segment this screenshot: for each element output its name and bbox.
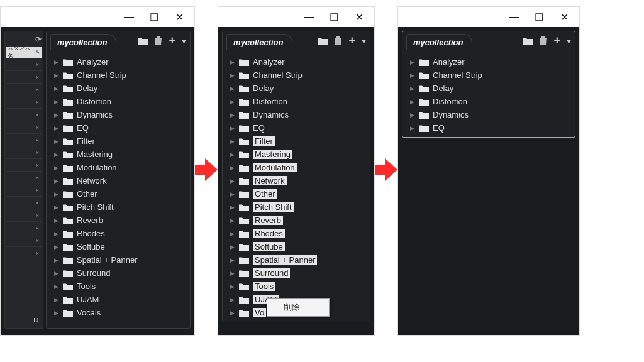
info-icon[interactable]: i↓ [33, 315, 39, 324]
folder-item[interactable]: ▶Pitch Shift [53, 200, 187, 214]
folder-item[interactable]: ▶Reverb [53, 214, 187, 227]
folder-item[interactable]: ▶Dynamics [53, 108, 187, 121]
expand-icon[interactable]: ▾ [362, 36, 366, 46]
folder-item[interactable]: ▶Tools [229, 280, 367, 293]
folder-item[interactable]: ▶Mastering [53, 148, 187, 161]
disclosure-triangle-icon[interactable]: ▶ [229, 165, 235, 171]
folder-item[interactable]: ▶Rhodes [229, 227, 367, 240]
maximize-button[interactable]: ☐ [321, 7, 347, 27]
disclosure-triangle-icon[interactable]: ▶ [53, 283, 59, 290]
disclosure-triangle-icon[interactable]: ▶ [53, 125, 59, 131]
folder-item[interactable]: ▶Mastering [229, 148, 367, 161]
close-button[interactable]: ✕ [167, 7, 192, 27]
folder-item[interactable]: ▶EQ [53, 121, 187, 134]
disclosure-triangle-icon[interactable]: ▶ [229, 231, 235, 237]
disclosure-triangle-icon[interactable]: ▶ [53, 231, 59, 237]
disclosure-triangle-icon[interactable]: ▶ [53, 151, 59, 158]
disclosure-triangle-icon[interactable]: ▶ [53, 178, 59, 184]
disclosure-triangle-icon[interactable]: ▶ [53, 297, 59, 303]
disclosure-triangle-icon[interactable]: ▶ [53, 85, 59, 92]
folder-item[interactable]: ▶Spatial + Panner [229, 253, 367, 266]
disclosure-triangle-icon[interactable]: ▶ [53, 112, 59, 118]
folder-item[interactable]: ▶Distortion [229, 95, 367, 108]
disclosure-triangle-icon[interactable]: ▶ [53, 59, 59, 65]
disclosure-triangle-icon[interactable]: ▶ [229, 151, 235, 158]
folder-item[interactable]: ▶Delay [409, 82, 572, 95]
folder-item[interactable]: ▶Delay [229, 82, 367, 95]
folder-item[interactable]: ▶Distortion [409, 95, 572, 108]
sidebar-info[interactable]: i↓ [6, 312, 42, 327]
tab-mycollection[interactable]: mycollection [406, 34, 472, 50]
disclosure-triangle-icon[interactable]: ▶ [229, 125, 235, 131]
close-button[interactable]: ✕ [347, 7, 372, 27]
minimize-button[interactable]: — [116, 7, 142, 27]
disclosure-triangle-icon[interactable]: ▶ [409, 125, 415, 131]
minimize-button[interactable]: — [501, 7, 526, 27]
folder-item[interactable]: ▶Channel Strip [229, 69, 367, 82]
folder-icon[interactable] [318, 36, 328, 45]
folder-icon[interactable] [138, 36, 148, 45]
folder-item[interactable]: ▶EQ [229, 121, 367, 134]
disclosure-triangle-icon[interactable]: ▶ [53, 310, 59, 316]
folder-item[interactable]: ▶Modulation [229, 161, 367, 174]
disclosure-triangle-icon[interactable]: ▶ [229, 178, 235, 184]
maximize-button[interactable]: ☐ [142, 7, 167, 27]
folder-item[interactable]: ▶Channel Strip [53, 69, 187, 82]
tab-mycollection[interactable]: mycollection [50, 34, 116, 50]
expand-icon[interactable]: ▾ [567, 36, 571, 46]
trash-icon[interactable] [334, 36, 342, 45]
context-menu-delete[interactable]: 削除 [267, 300, 329, 315]
tab-mycollection[interactable]: mycollection [226, 34, 292, 50]
disclosure-triangle-icon[interactable]: ▶ [229, 85, 235, 92]
disclosure-triangle-icon[interactable]: ▶ [53, 244, 59, 250]
maximize-button[interactable]: ☐ [526, 7, 552, 27]
trash-icon[interactable] [539, 36, 547, 45]
folder-item[interactable]: ▶Network [53, 174, 187, 187]
folder-item[interactable]: ▶Modulation [53, 161, 187, 174]
add-icon[interactable]: + [169, 34, 175, 47]
folder-item[interactable]: ▶Filter [229, 134, 367, 148]
folder-icon[interactable] [523, 36, 533, 45]
expand-icon[interactable]: ▾ [182, 36, 186, 46]
folder-item[interactable]: ▶Spatial + Panner [53, 253, 187, 266]
disclosure-triangle-icon[interactable]: ▶ [229, 244, 235, 250]
folder-item[interactable]: ▶Network [229, 174, 367, 187]
disclosure-triangle-icon[interactable]: ▶ [229, 310, 235, 316]
disclosure-triangle-icon[interactable]: ▶ [53, 217, 59, 224]
disclosure-triangle-icon[interactable]: ▶ [229, 270, 235, 277]
disclosure-triangle-icon[interactable]: ▶ [229, 112, 235, 118]
folder-item[interactable]: ▶UJAM [53, 293, 187, 306]
edit-icon[interactable]: ✎ [35, 49, 40, 55]
folder-item[interactable]: ▶Rhodes [53, 227, 187, 240]
disclosure-triangle-icon[interactable]: ▶ [53, 138, 59, 145]
disclosure-triangle-icon[interactable]: ▶ [53, 204, 59, 211]
disclosure-triangle-icon[interactable]: ▶ [229, 217, 235, 224]
disclosure-triangle-icon[interactable]: ▶ [409, 112, 415, 118]
disclosure-triangle-icon[interactable]: ▶ [229, 59, 235, 65]
folder-item[interactable]: ▶Surround [229, 266, 367, 280]
add-icon[interactable]: + [553, 34, 560, 47]
disclosure-triangle-icon[interactable]: ▶ [229, 204, 235, 211]
disclosure-triangle-icon[interactable]: ▶ [409, 72, 415, 79]
folder-item[interactable]: ▶Distortion [53, 95, 187, 108]
folder-item[interactable]: ▶EQ [409, 121, 572, 134]
folder-item[interactable]: ▶Analyzer [409, 55, 572, 69]
disclosure-triangle-icon[interactable]: ▶ [409, 85, 415, 92]
trash-icon[interactable] [154, 36, 162, 45]
refresh-icon[interactable]: ⟳ [35, 35, 42, 44]
folder-item[interactable]: ▶Reverb [229, 214, 367, 227]
close-button[interactable]: ✕ [552, 7, 577, 27]
disclosure-triangle-icon[interactable]: ▶ [229, 191, 235, 197]
disclosure-triangle-icon[interactable]: ▶ [409, 99, 415, 105]
disclosure-triangle-icon[interactable]: ▶ [53, 99, 59, 105]
folder-item[interactable]: ▶Delay [53, 82, 187, 95]
minimize-button[interactable]: — [296, 7, 321, 27]
disclosure-triangle-icon[interactable]: ▶ [229, 99, 235, 105]
folder-item[interactable]: ▶Tools [53, 280, 187, 293]
disclosure-triangle-icon[interactable]: ▶ [53, 191, 59, 197]
folder-item[interactable]: ▶Dynamics [409, 108, 572, 121]
disclosure-triangle-icon[interactable]: ▶ [409, 59, 415, 65]
folder-item[interactable]: ▶Surround [53, 266, 187, 280]
disclosure-triangle-icon[interactable]: ▶ [53, 257, 59, 263]
folder-item[interactable]: ▶Channel Strip [409, 69, 572, 82]
